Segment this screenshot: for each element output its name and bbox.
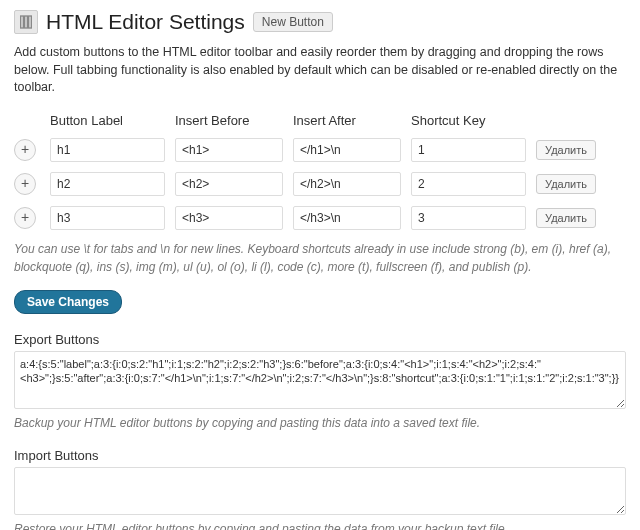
before-input[interactable] — [175, 206, 283, 230]
col-header-label: Button Label — [50, 113, 165, 128]
after-input[interactable] — [293, 138, 401, 162]
label-input[interactable] — [50, 172, 165, 196]
export-label: Export Buttons — [14, 332, 626, 347]
delete-button[interactable]: Удалить — [536, 174, 596, 194]
table-row[interactable]: + Удалить — [14, 172, 626, 196]
add-row-button[interactable]: + — [14, 139, 36, 161]
after-input[interactable] — [293, 206, 401, 230]
export-textarea[interactable]: a:4:{s:5:"label";a:3:{i:0;s:2:"h1";i:1;s… — [14, 351, 626, 409]
col-header-before: Insert Before — [175, 113, 283, 128]
col-header-shortcut: Shortcut Key — [411, 113, 526, 128]
page-description: Add custom buttons to the HTML editor to… — [14, 44, 626, 97]
save-changes-button[interactable]: Save Changes — [14, 290, 122, 314]
delete-button[interactable]: Удалить — [536, 140, 596, 160]
settings-icon — [14, 10, 38, 34]
import-label: Import Buttons — [14, 448, 626, 463]
add-row-button[interactable]: + — [14, 173, 36, 195]
shortcut-input[interactable] — [411, 206, 526, 230]
shortcut-input[interactable] — [411, 138, 526, 162]
col-header-after: Insert After — [293, 113, 401, 128]
table-row[interactable]: + Удалить — [14, 206, 626, 230]
import-hint: Restore your HTML editor buttons by copy… — [14, 522, 626, 531]
svg-rect-2 — [29, 16, 32, 28]
label-input[interactable] — [50, 138, 165, 162]
new-button[interactable]: New Button — [253, 12, 333, 32]
page-title: HTML Editor Settings — [46, 10, 245, 34]
label-input[interactable] — [50, 206, 165, 230]
usage-hint: You can use \t for tabs and \n for new l… — [14, 240, 626, 276]
shortcut-input[interactable] — [411, 172, 526, 196]
export-hint: Backup your HTML editor buttons by copyi… — [14, 416, 626, 430]
buttons-table: Button Label Insert Before Insert After … — [14, 113, 626, 230]
svg-rect-1 — [25, 16, 28, 28]
add-row-button[interactable]: + — [14, 207, 36, 229]
delete-button[interactable]: Удалить — [536, 208, 596, 228]
svg-rect-0 — [21, 16, 24, 28]
before-input[interactable] — [175, 138, 283, 162]
before-input[interactable] — [175, 172, 283, 196]
import-textarea[interactable] — [14, 467, 626, 515]
table-row[interactable]: + Удалить — [14, 138, 626, 162]
after-input[interactable] — [293, 172, 401, 196]
